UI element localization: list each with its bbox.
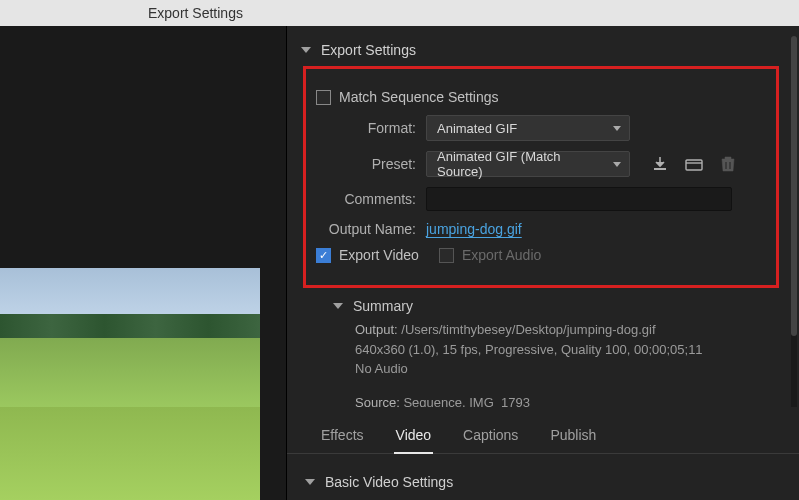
chevron-down-icon (333, 303, 343, 309)
format-dropdown[interactable]: Animated GIF (426, 115, 630, 141)
tab-effects[interactable]: Effects (305, 419, 380, 453)
summary-body: Output: /Users/timthybesey/Desktop/jumpi… (355, 320, 779, 407)
window-titlebar: Export Settings (0, 0, 799, 26)
basic-video-title: Basic Video Settings (325, 474, 453, 490)
window-title: Export Settings (148, 5, 243, 21)
preview-panel (0, 26, 287, 500)
summary-title: Summary (353, 298, 413, 314)
export-audio-label: Export Audio (462, 247, 541, 263)
basic-video-section-header[interactable]: Basic Video Settings (305, 474, 781, 490)
match-sequence-label: Match Sequence Settings (339, 89, 499, 105)
export-video-checkbox[interactable]: ✓ (316, 248, 331, 263)
preset-label: Preset: (320, 156, 416, 172)
summary-output-path: /Users/timthybesey/Desktop/jumping-dog.g… (401, 322, 655, 337)
comments-input[interactable] (426, 187, 732, 211)
svg-rect-0 (686, 160, 702, 170)
output-name-link[interactable]: jumping-dog.gif (426, 221, 522, 237)
settings-panel: Export Settings Match Sequence Settings … (287, 26, 799, 500)
summary-output-specs: 640x360 (1.0), 15 fps, Progressive, Qual… (355, 340, 779, 360)
preset-dropdown[interactable]: Animated GIF (Match Source) (426, 151, 630, 177)
format-value: Animated GIF (437, 121, 517, 136)
summary-output-audio: No Audio (355, 359, 779, 379)
export-settings-section-header[interactable]: Export Settings (301, 42, 779, 58)
output-name-label: Output Name: (320, 221, 416, 237)
chevron-down-icon (301, 47, 311, 53)
comments-label: Comments: (320, 191, 416, 207)
preview-thumbnail[interactable] (0, 268, 260, 500)
export-settings-title: Export Settings (321, 42, 416, 58)
preset-value: Animated GIF (Match Source) (437, 149, 605, 179)
tab-captions[interactable]: Captions (447, 419, 534, 453)
chevron-down-icon (305, 479, 315, 485)
scrollbar-thumb[interactable] (791, 36, 797, 336)
save-preset-icon[interactable] (650, 154, 670, 174)
delete-preset-icon (718, 154, 738, 174)
import-preset-icon[interactable] (684, 154, 704, 174)
export-audio-checkbox (439, 248, 454, 263)
export-video-label: Export Video (339, 247, 419, 263)
summary-source-name: Sequence, IMG_1793 (403, 395, 529, 408)
export-settings-group: Match Sequence Settings Format: Animated… (303, 66, 779, 288)
tab-video[interactable]: Video (380, 419, 448, 453)
summary-section-header[interactable]: Summary (333, 298, 779, 314)
match-sequence-checkbox[interactable] (316, 90, 331, 105)
format-label: Format: (320, 120, 416, 136)
summary-output-label: Output: (355, 322, 398, 337)
tabs-row: Effects Video Captions Publish (287, 419, 799, 454)
summary-source-label: Source: (355, 395, 400, 408)
tab-publish[interactable]: Publish (534, 419, 612, 453)
